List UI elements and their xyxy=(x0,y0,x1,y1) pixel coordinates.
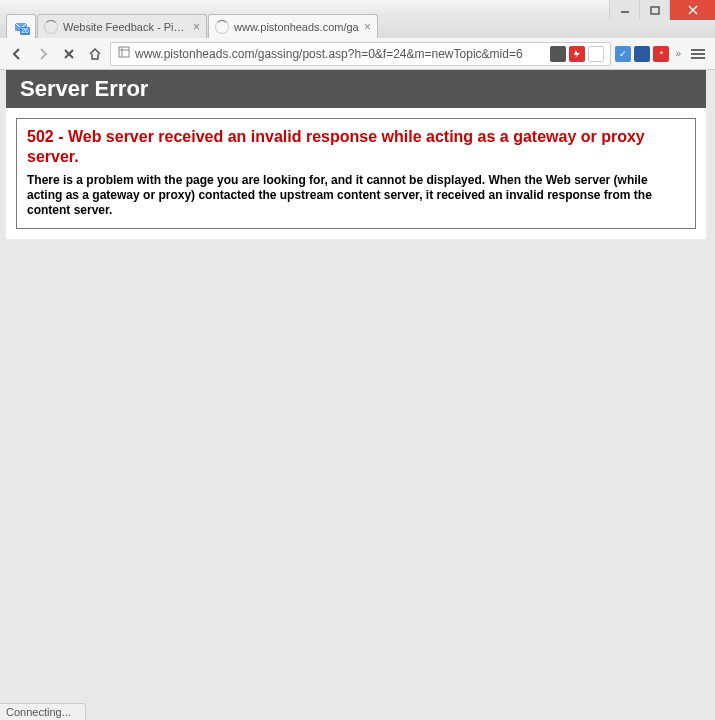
error-box: 502 - Web server received an invalid res… xyxy=(16,118,696,229)
tab-title: www.pistonheads.com/ga xyxy=(234,21,359,33)
tab-title: Website Feedback - Piston xyxy=(63,21,188,33)
svg-rect-7 xyxy=(119,47,129,57)
minimize-button[interactable] xyxy=(609,0,639,20)
address-bar[interactable]: www.pistonheads.com/gassing/post.asp?h=0… xyxy=(110,42,611,66)
status-bar: Connecting... xyxy=(0,703,86,720)
tab-website-feedback[interactable]: Website Feedback - Piston × xyxy=(37,14,207,38)
status-text: Connecting... xyxy=(6,706,71,718)
mail-icon: 26 xyxy=(14,20,28,34)
globe-icon xyxy=(117,45,131,62)
extension-icons xyxy=(550,46,604,62)
error-heading: 502 - Web server received an invalid res… xyxy=(27,127,685,167)
pinned-tab-mail[interactable]: 26 xyxy=(6,14,36,38)
error-description: There is a problem with the page you are… xyxy=(27,173,685,218)
page-title: Server Error xyxy=(6,70,706,108)
url-text: www.pistonheads.com/gassing/post.asp?h=0… xyxy=(135,47,546,61)
extension-asterisk-icon[interactable]: * xyxy=(653,46,669,62)
extension-icon[interactable]: ✓ xyxy=(615,46,631,62)
calendar-badge: 26 xyxy=(20,27,30,35)
svg-rect-1 xyxy=(651,7,659,14)
tab-pistonheads-active[interactable]: www.pistonheads.com/ga × xyxy=(208,14,378,38)
error-panel: 502 - Web server received an invalid res… xyxy=(6,108,706,239)
stop-button[interactable] xyxy=(58,43,80,65)
tab-strip: 26 Website Feedback - Piston × www.pisto… xyxy=(0,12,715,38)
tab-close-icon[interactable]: × xyxy=(364,20,371,34)
page-viewport: Server Error 502 - Web server received a… xyxy=(0,70,712,700)
extension-icon[interactable] xyxy=(634,46,650,62)
extension-icon[interactable] xyxy=(550,46,566,62)
close-button[interactable] xyxy=(669,0,715,20)
toolbar-extensions: ✓ * xyxy=(615,46,669,62)
tab-close-icon[interactable]: × xyxy=(193,20,200,34)
menu-button[interactable] xyxy=(687,43,709,65)
hamburger-icon xyxy=(691,49,705,59)
window-controls xyxy=(609,0,715,20)
loading-spinner-icon xyxy=(215,20,229,34)
maximize-button[interactable] xyxy=(639,0,669,20)
back-button[interactable] xyxy=(6,43,28,65)
window-titlebar xyxy=(0,0,715,12)
home-button[interactable] xyxy=(84,43,106,65)
navigation-toolbar: www.pistonheads.com/gassing/post.asp?h=0… xyxy=(0,38,715,70)
extension-flash-icon[interactable] xyxy=(569,46,585,62)
chevron-right-icon[interactable]: » xyxy=(673,48,683,59)
extension-icon[interactable] xyxy=(588,46,604,62)
loading-spinner-icon xyxy=(44,20,58,34)
forward-button[interactable] xyxy=(32,43,54,65)
